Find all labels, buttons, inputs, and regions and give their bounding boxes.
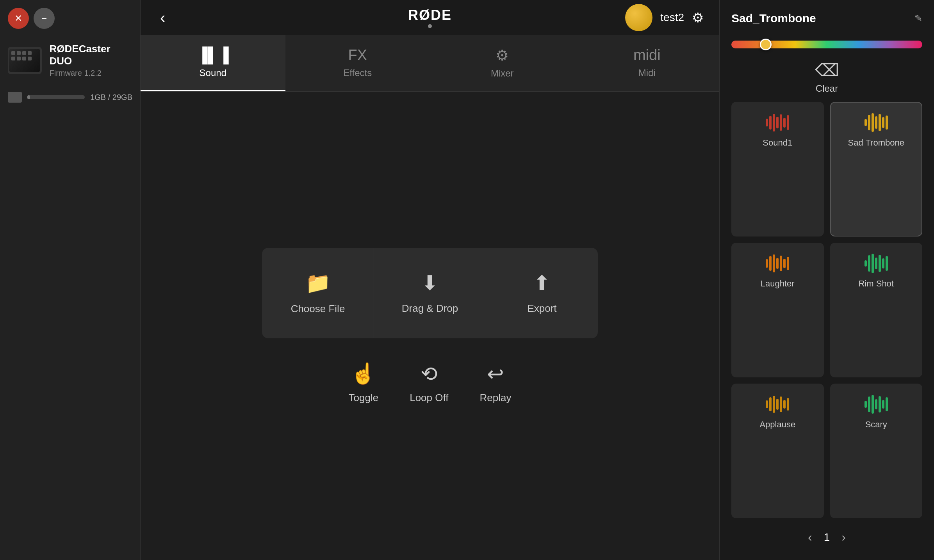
topbar: ‹ RØDE test2 ⚙	[141, 0, 719, 35]
sad-trombone-label: Sad Trombone	[848, 138, 904, 148]
tab-midi[interactable]: midi Midi	[575, 35, 720, 91]
device-thumbnail	[8, 47, 42, 74]
firmware-version: Firmware 1.2.2	[50, 69, 132, 78]
replay-icon: ↩	[487, 362, 504, 386]
clear-label: Clear	[816, 83, 838, 94]
clear-button[interactable]: ⌫ Clear	[815, 60, 839, 94]
mixer-tab-icon: ⚙	[496, 47, 509, 64]
storage-label: 1GB / 29GB	[90, 93, 132, 102]
color-slider-container	[731, 37, 922, 52]
choose-file-label: Choose File	[291, 303, 345, 315]
sound-card-sound1[interactable]: Sound1	[731, 102, 824, 236]
replay-button[interactable]: ↩ Replay	[479, 362, 511, 404]
export-button[interactable]: ⬆ Export	[486, 248, 598, 338]
minimize-button[interactable]: −	[34, 8, 55, 29]
rode-logo: RØDE	[408, 7, 452, 23]
waveform-scary	[864, 395, 888, 414]
choose-file-button[interactable]: 📁 Choose File	[262, 248, 374, 338]
sidebar: ✕ − RØDECaster DUO Firmware 1.2.2 1GB / …	[0, 0, 141, 560]
storage-bar	[27, 95, 85, 99]
tabs: ▐▌▐ Sound FX Effects ⚙ Mixer midi Midi	[141, 35, 719, 92]
tab-sound[interactable]: ▐▌▐ Sound	[141, 35, 285, 91]
next-page-button[interactable]: ›	[841, 530, 846, 544]
loop-off-label: Loop Off	[410, 392, 448, 404]
topbar-right: test2 ⚙	[625, 4, 704, 31]
tab-effects-label: Effects	[343, 68, 372, 78]
export-label: Export	[527, 302, 556, 315]
file-actions: 📁 Choose File ⬇ Drag & Drop ⬆ Export	[262, 248, 598, 338]
page-number: 1	[824, 531, 830, 544]
panel-title: Sad_Trombone	[731, 12, 816, 25]
tab-mixer[interactable]: ⚙ Mixer	[430, 35, 575, 91]
tab-effects[interactable]: FX Effects	[285, 35, 430, 91]
storage-bar-fill	[27, 95, 30, 99]
close-button[interactable]: ✕	[8, 8, 29, 29]
waveform-sound1	[766, 113, 789, 132]
laughter-label: Laughter	[761, 279, 795, 289]
waveform-rim-shot	[864, 254, 888, 273]
upload-icon: ⬆	[533, 271, 551, 295]
settings-button[interactable]: ⚙	[692, 10, 704, 25]
rim-shot-label: Rim Shot	[859, 279, 894, 289]
waveform-applause	[766, 395, 789, 414]
sound-card-scary[interactable]: Scary	[830, 384, 923, 518]
tab-sound-label: Sound	[200, 68, 226, 78]
sound-tab-icon: ▐▌▐	[197, 47, 229, 64]
tab-mixer-label: Mixer	[491, 68, 514, 79]
prev-page-button[interactable]: ‹	[808, 530, 812, 544]
color-slider-thumb	[760, 39, 772, 50]
drag-drop-label: Drag & Drop	[402, 302, 458, 315]
sound-card-rim-shot[interactable]: Rim Shot	[830, 243, 923, 377]
download-icon: ⬇	[421, 271, 438, 295]
device-info: RØDECaster DUO Firmware 1.2.2	[50, 43, 132, 78]
sound1-label: Sound1	[763, 138, 792, 148]
sound-card-laughter[interactable]: Laughter	[731, 243, 824, 377]
device-card: RØDECaster DUO Firmware 1.2.2	[8, 37, 132, 84]
panel-header: Sad_Trombone ✎	[731, 12, 922, 29]
pagination: ‹ 1 ›	[731, 526, 922, 548]
loop-icon: ⟲	[421, 362, 438, 386]
eraser-icon: ⌫	[815, 60, 839, 80]
applause-label: Applause	[759, 420, 795, 430]
avatar	[625, 4, 652, 31]
storage-row: 1GB / 29GB	[8, 92, 132, 103]
content-area: 📁 Choose File ⬇ Drag & Drop ⬆ Export ☝ T…	[141, 92, 719, 560]
main-content: ‹ RØDE test2 ⚙ ▐▌▐ Sound FX Effects ⚙ Mi…	[141, 0, 719, 560]
waveform-sad-trombone	[864, 113, 888, 132]
storage-icon	[8, 92, 22, 103]
folder-icon: 📁	[305, 271, 331, 295]
tab-midi-label: Midi	[638, 68, 656, 78]
topbar-logo: RØDE	[408, 7, 452, 28]
toggle-icon: ☝	[351, 362, 376, 386]
edit-icon[interactable]: ✎	[914, 13, 922, 24]
replay-label: Replay	[479, 392, 511, 404]
toggle-label: Toggle	[349, 392, 379, 404]
sound-card-sad-trombone[interactable]: Sad Trombone	[830, 102, 923, 236]
device-name: RØDECaster DUO	[50, 43, 132, 67]
back-button[interactable]: ‹	[156, 5, 169, 30]
right-panel: Sad_Trombone ✎ ⌫ Clear Sound1	[719, 0, 934, 560]
sound-card-applause[interactable]: Applause	[731, 384, 824, 518]
toggle-button[interactable]: ☝ Toggle	[349, 362, 379, 404]
effects-tab-icon: FX	[348, 47, 367, 64]
color-slider[interactable]	[731, 41, 922, 48]
logo-dot	[428, 24, 432, 28]
sound-grid: Sound1 Sad Trombone	[731, 102, 922, 518]
window-controls: ✕ −	[8, 8, 132, 29]
drag-drop-button[interactable]: ⬇ Drag & Drop	[374, 248, 486, 338]
scary-label: Scary	[865, 420, 887, 430]
loop-off-button[interactable]: ⟲ Loop Off	[410, 362, 448, 404]
playback-actions: ☝ Toggle ⟲ Loop Off ↩ Replay	[349, 362, 512, 404]
username: test2	[660, 11, 684, 24]
midi-tab-icon: midi	[633, 47, 661, 64]
waveform-laughter	[766, 254, 789, 273]
